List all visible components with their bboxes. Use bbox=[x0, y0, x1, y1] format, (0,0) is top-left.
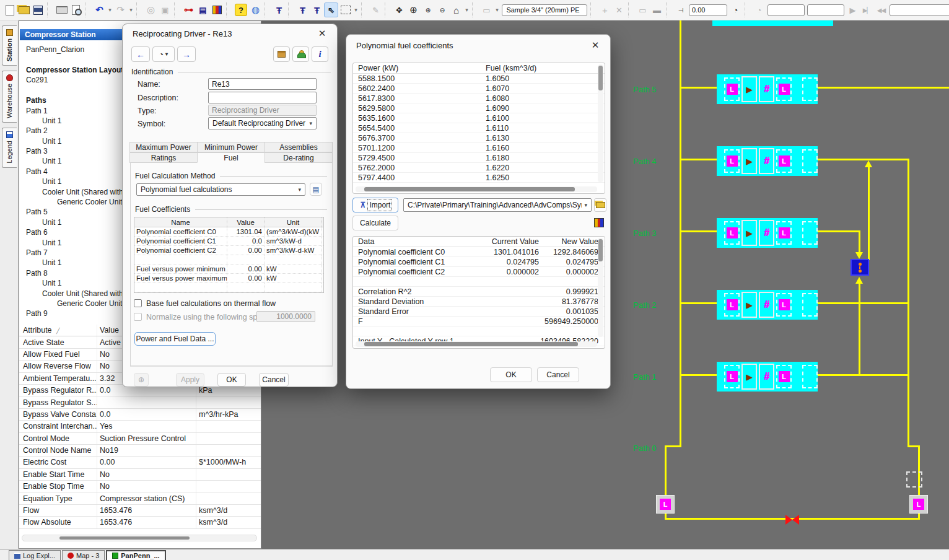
help-icon[interactable]: ? bbox=[235, 4, 247, 16]
warehouse-button[interactable] bbox=[273, 46, 290, 62]
scrollbar-thumb[interactable] bbox=[364, 187, 575, 191]
history-button[interactable]: ◔ ▾ bbox=[152, 46, 175, 62]
zoom-window-icon[interactable]: ⊕ bbox=[421, 2, 435, 17]
attribute-value[interactable]: 1653.476 bbox=[97, 505, 196, 516]
document-tab[interactable]: Log Expl... bbox=[9, 550, 61, 560]
pipe[interactable] bbox=[680, 302, 717, 304]
attribute-row[interactable]: Enable Start Time No bbox=[19, 469, 261, 481]
zoom-button[interactable]: ⊕ bbox=[134, 373, 149, 387]
import-path-select[interactable]: C:\Private\Primary\Training\Advanced\Adv… bbox=[403, 198, 592, 212]
pipe[interactable] bbox=[818, 87, 949, 89]
pipe-type-select[interactable]: Sample 3/4" (20mm) PE bbox=[502, 4, 587, 16]
pan-icon[interactable]: ✥ bbox=[392, 2, 406, 17]
calculate-button[interactable]: Calculate bbox=[352, 216, 398, 230]
coeff-row[interactable] bbox=[134, 255, 323, 265]
redo-dropdown-icon[interactable]: ▾ bbox=[128, 2, 134, 17]
paste-special-icon[interactable]: ▣ bbox=[158, 2, 172, 17]
power-fuel-row[interactable]: 5762.2000 1.6220 bbox=[353, 163, 605, 173]
coeff-value[interactable]: 1301.04 bbox=[227, 227, 265, 236]
fill-icon[interactable]: ▬ bbox=[650, 2, 664, 17]
value-input[interactable]: 0.00 bbox=[689, 4, 727, 16]
dialog-tab[interactable]: De-rating bbox=[265, 152, 333, 163]
power-fuel-row[interactable]: 5588.1500 1.6050 bbox=[353, 74, 605, 84]
schedule-icon[interactable]: ◔ bbox=[752, 2, 766, 17]
valve-bowtie-icon[interactable] bbox=[785, 515, 799, 525]
back-button[interactable]: ← bbox=[131, 46, 150, 62]
node-link-icon[interactable]: ⊶ bbox=[181, 2, 196, 17]
apply-button[interactable]: Apply bbox=[176, 373, 204, 387]
description-field[interactable] bbox=[208, 92, 317, 103]
coeff-table-header[interactable]: Name Value Unit bbox=[134, 217, 323, 227]
document-tab[interactable]: Map - 3 bbox=[62, 550, 105, 560]
document-tab[interactable]: PanPenn_... bbox=[106, 550, 165, 560]
cancel-button[interactable]: Cancel bbox=[259, 373, 289, 387]
attribute-value[interactable]: No bbox=[97, 481, 196, 492]
coeff-row[interactable]: Fuel versus power minimum 0.00 kW bbox=[134, 265, 323, 274]
scrollbar-thumb[interactable] bbox=[598, 66, 603, 90]
customer-button[interactable] bbox=[292, 46, 309, 62]
pipe[interactable] bbox=[818, 230, 860, 232]
find-icon[interactable]: ◎ bbox=[144, 2, 158, 17]
import-button[interactable]: ⊼ Import bbox=[352, 198, 398, 212]
pipe[interactable] bbox=[818, 159, 907, 160]
pipe[interactable] bbox=[868, 167, 870, 260]
print-preview-icon[interactable] bbox=[69, 2, 83, 17]
select-cursor-icon[interactable]: ⇖ bbox=[324, 2, 338, 17]
compressor-unit-block[interactable]: L ▶ # L bbox=[717, 146, 818, 176]
col-fuel[interactable]: Fuel (ksm^3/d) bbox=[483, 64, 605, 72]
delete-node-icon[interactable]: ✕ bbox=[612, 2, 626, 17]
regulator-node[interactable] bbox=[851, 259, 869, 276]
cancel-button[interactable]: Cancel bbox=[537, 367, 579, 382]
ok-button[interactable]: OK bbox=[217, 373, 246, 387]
close-icon[interactable]: ✕ bbox=[587, 38, 604, 53]
coeff-value[interactable] bbox=[227, 283, 265, 292]
scrollbar-thumb[interactable] bbox=[364, 342, 578, 346]
info-button[interactable]: i bbox=[312, 46, 328, 62]
close-icon[interactable]: ✕ bbox=[313, 26, 331, 41]
dialog-tab[interactable]: Ratings bbox=[129, 152, 198, 163]
new-file-icon[interactable] bbox=[2, 2, 17, 17]
attribute-row[interactable]: Enable Stop Time No bbox=[19, 481, 261, 492]
attribute-value[interactable]: No bbox=[97, 469, 196, 480]
unit-block-partial[interactable] bbox=[712, 20, 833, 26]
attribute-row[interactable]: Control Node Name No19 bbox=[19, 445, 261, 457]
web-help-icon[interactable]: ◍ bbox=[248, 2, 263, 17]
add-node-icon[interactable]: + bbox=[598, 2, 612, 17]
pipe[interactable] bbox=[665, 445, 680, 447]
pipe[interactable] bbox=[680, 159, 717, 160]
copy-method-button[interactable]: ▤ bbox=[310, 183, 322, 196]
browse-button[interactable] bbox=[594, 198, 606, 212]
pipe[interactable] bbox=[818, 374, 907, 376]
power-fuel-row[interactable]: 5602.2400 1.6070 bbox=[353, 84, 605, 94]
forward-button[interactable]: → bbox=[177, 46, 196, 62]
attribute-row[interactable]: Flow Absolute 1653.476 ksm^3/d bbox=[19, 517, 261, 528]
horizontal-scrollbar[interactable] bbox=[356, 341, 597, 347]
pipe[interactable] bbox=[680, 230, 717, 232]
dialog-tab[interactable]: Assemblies bbox=[265, 142, 333, 152]
clock-icon[interactable]: ◔ bbox=[728, 2, 743, 17]
coeff-row[interactable]: Fuel versus power maximum 0.00 kW bbox=[134, 274, 323, 283]
attribute-value[interactable]: Compressor station (CS) bbox=[97, 492, 196, 504]
coeff-value[interactable] bbox=[227, 255, 265, 264]
horizontal-scrollbar[interactable] bbox=[356, 186, 597, 192]
col-power[interactable]: Power (kW) bbox=[353, 64, 483, 72]
ok-button[interactable]: OK bbox=[490, 367, 532, 382]
name-field[interactable]: Re13 bbox=[208, 78, 317, 90]
results-row[interactable]: Polynomial coefficient C1 0.024795 0.024… bbox=[353, 257, 605, 267]
pipe[interactable] bbox=[859, 230, 860, 254]
results-row[interactable]: Standard Deviation 81.376778 bbox=[353, 297, 605, 307]
attribute-value[interactable]: Suction Pressure Control bbox=[97, 433, 196, 444]
undo-dropdown-icon[interactable]: ▾ bbox=[107, 2, 113, 17]
run-icon[interactable]: ▶ bbox=[846, 2, 860, 17]
power-fuel-row[interactable]: 5701.1200 1.6160 bbox=[353, 143, 605, 153]
col-data[interactable]: Data bbox=[353, 237, 465, 246]
save-icon[interactable] bbox=[31, 2, 45, 17]
power-fuel-row[interactable]: 5729.4500 1.6180 bbox=[353, 153, 605, 163]
time-field-1[interactable] bbox=[768, 4, 805, 16]
chart-button[interactable] bbox=[594, 218, 604, 227]
power-fuel-row[interactable]: 5676.3700 1.6130 bbox=[353, 133, 605, 143]
dialog-titlebar[interactable]: Polynomial fuel coefficients ✕ bbox=[346, 35, 610, 56]
col-value[interactable]: Value bbox=[227, 217, 265, 227]
power-fuel-row[interactable]: 5797.4400 1.6250 bbox=[353, 173, 605, 183]
balance-icon[interactable]: Ŧ bbox=[272, 2, 286, 17]
